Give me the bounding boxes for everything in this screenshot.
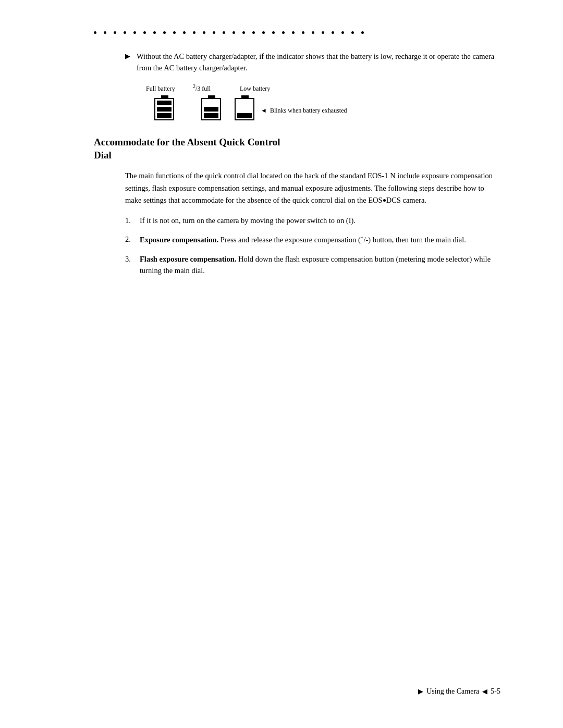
footer-page: 5-5	[491, 686, 500, 697]
full-battery-diagram	[141, 95, 188, 120]
page: ▶ Without the AC battery charger/adapter…	[0, 0, 563, 728]
full-battery-label: Full battery	[146, 84, 193, 93]
bold-prefix-3: Flash exposure compensation.	[140, 255, 236, 263]
dot	[322, 31, 324, 34]
list-number-3: 3.	[125, 253, 134, 277]
low-battery-diagram: ◄ Blinks when battery exhausted	[235, 95, 347, 120]
dot	[153, 31, 156, 34]
bullet-content: Without the AC battery charger/adapter, …	[137, 51, 500, 74]
dot	[262, 31, 265, 34]
dot	[282, 31, 285, 34]
dot	[341, 31, 344, 34]
text-suffix-2: Press and release the exposure compensat…	[218, 236, 466, 244]
dot	[332, 31, 334, 34]
dot	[272, 31, 275, 34]
blink-arrow-icon: ◄	[261, 106, 267, 115]
main-paragraph: The main functions of the quick control …	[125, 170, 500, 206]
dot	[232, 31, 235, 34]
bullet-section: ▶ Without the AC battery charger/adapter…	[125, 51, 500, 120]
dot	[94, 31, 96, 34]
blink-label: Blinks when battery exhausted	[270, 106, 347, 115]
dot	[361, 31, 364, 34]
list-text-2: Exposure compensation. Press and release…	[140, 233, 500, 245]
dot	[252, 31, 255, 34]
numbered-list: 1. If it is not on, turn on the camera b…	[125, 215, 500, 277]
list-number-1: 1.	[125, 215, 134, 226]
dot	[104, 31, 106, 34]
dot	[193, 31, 195, 34]
list-text-1: If it is not on, turn on the camera by m…	[140, 215, 500, 226]
bullet-arrow-icon: ▶	[125, 51, 130, 74]
bullet-item: ▶ Without the AC battery charger/adapter…	[125, 51, 500, 74]
dot	[143, 31, 146, 34]
dot	[223, 31, 225, 34]
dot	[133, 31, 136, 34]
two-thirds-battery-diagram	[188, 95, 235, 120]
dot	[351, 31, 354, 34]
dot	[163, 31, 166, 34]
dot	[183, 31, 186, 34]
dot	[114, 31, 116, 34]
footer-arrow-icon: ▶	[418, 686, 423, 697]
dot	[292, 31, 295, 34]
low-battery-label: Low battery	[240, 84, 270, 93]
footer-text: Using the Camera	[426, 686, 479, 697]
dot	[213, 31, 215, 34]
list-text-3: Flash exposure compensation. Hold down t…	[140, 253, 500, 277]
dot	[312, 31, 314, 34]
dot	[203, 31, 205, 34]
footer-separator-icon: ◀	[482, 686, 487, 697]
dot	[302, 31, 304, 34]
dot	[173, 31, 176, 34]
footer: ▶ Using the Camera ◀ 5-5	[418, 686, 500, 697]
dot	[124, 31, 126, 34]
section-heading: Accommodate for the Absent Quick Control…	[94, 136, 500, 162]
list-item-1: 1. If it is not on, turn on the camera b…	[125, 215, 500, 226]
list-item-3: 3. Flash exposure compensation. Hold dow…	[125, 253, 500, 277]
two-thirds-label: 2/3 full	[193, 82, 240, 93]
dots-row	[94, 31, 500, 34]
bold-prefix-2: Exposure compensation.	[140, 236, 218, 244]
list-item-2: 2. Exposure compensation. Press and rele…	[125, 233, 500, 245]
dot	[242, 31, 245, 34]
list-number-2: 2.	[125, 233, 134, 245]
